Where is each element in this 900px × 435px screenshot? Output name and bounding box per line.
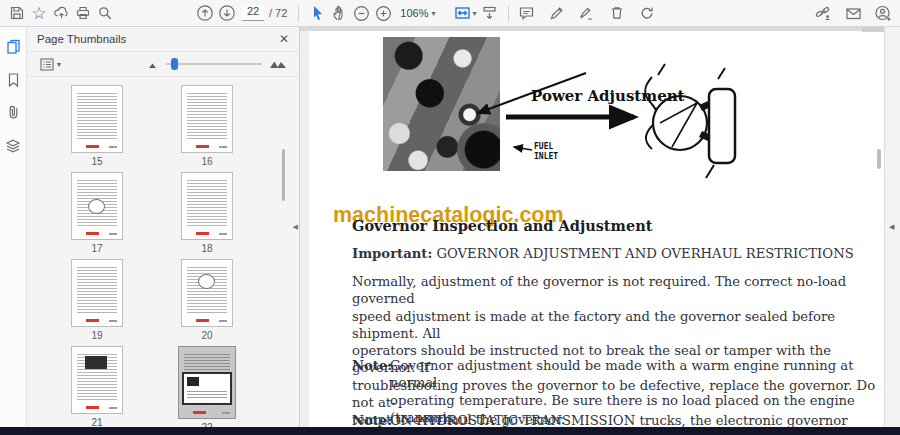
scrollbar-track-top: [862, 27, 884, 32]
minus-circle-icon: [353, 5, 370, 22]
share-upload-button[interactable]: [50, 2, 72, 24]
delete-pages-button[interactable]: [606, 2, 628, 24]
fountain-pen-icon: [578, 5, 595, 21]
rail-layers-tab[interactable]: [3, 137, 23, 157]
document-view[interactable]: Power Adjustment FUEL INLET machinecatal…: [300, 27, 884, 435]
page-thumbnails-icon: [5, 38, 22, 58]
thumbnail-page-20[interactable]: 20: [152, 259, 262, 346]
pdf-viewer-window: ☆ 22 / 72 106% ▾ ▾: [0, 0, 900, 435]
slider-track[interactable]: [166, 63, 262, 65]
zoom-level-value: 106%: [400, 7, 428, 19]
current-view-indicator: [182, 372, 232, 405]
save-button[interactable]: [6, 2, 28, 24]
page-gap: [300, 27, 884, 31]
email-button[interactable]: [842, 2, 864, 24]
zoom-in-button[interactable]: [372, 2, 394, 24]
plus-circle-icon: [375, 5, 392, 22]
rail-page-thumbnails-tab[interactable]: [3, 38, 23, 58]
collapse-panel-arrow[interactable]: ◀: [293, 223, 298, 231]
thumbnail-page-17[interactable]: 17: [42, 172, 152, 259]
sign-button[interactable]: [576, 2, 598, 24]
hand-tool-button[interactable]: [328, 2, 350, 24]
thumbnail-grid: 15 16 17 18 19 20: [27, 77, 299, 427]
chevron-down-icon: ▾: [57, 60, 61, 69]
chevron-down-icon: ▾: [473, 9, 477, 18]
thumbnail-page-22-selected[interactable]: 22: [152, 346, 262, 427]
thumbnail-page-16[interactable]: 16: [152, 85, 262, 172]
pencil-icon: [549, 5, 565, 21]
arrow-down-circle-icon: [218, 4, 236, 22]
sidebar-scrollbar-thumb[interactable]: [282, 149, 285, 201]
small-thumbnail-icon: [147, 55, 159, 73]
page-navigation: 22 / 72: [242, 5, 287, 21]
thumbnail-page-19[interactable]: 19: [42, 259, 152, 346]
tools-panel-collapsed: ◀: [884, 27, 900, 435]
refresh-button[interactable]: [636, 2, 658, 24]
zoom-out-button[interactable]: [350, 2, 372, 24]
fit-width-icon: [454, 5, 471, 21]
search-icon: [97, 5, 113, 21]
read-mode-icon: [481, 5, 498, 21]
expand-tools-panel-arrow[interactable]: ◀: [889, 223, 894, 231]
page-number-input[interactable]: 22: [242, 5, 264, 21]
bookmark-icon: [6, 72, 21, 91]
thumbnail-toolbar: ▾: [27, 51, 299, 77]
important-label: Important:: [352, 246, 432, 261]
section-heading: Governor Inspection and Adjustment: [352, 217, 652, 234]
panel-close-button[interactable]: ✕: [279, 32, 289, 46]
page-total-label: / 72: [269, 7, 287, 19]
pointer-cursor-icon: [310, 5, 325, 21]
zoom-level-dropdown[interactable]: 106% ▾: [394, 2, 437, 24]
next-page-button[interactable]: [216, 2, 238, 24]
comment-bubble-icon: [518, 5, 535, 21]
close-icon: ✕: [279, 32, 289, 46]
link-share-icon: [814, 5, 832, 21]
fuel-inlet-label: FUEL INLET: [534, 142, 558, 162]
panel-header: Page Thumbnails ✕: [27, 27, 299, 51]
paperclip-icon: [6, 104, 21, 124]
hand-icon: [331, 5, 347, 21]
share-link-button[interactable]: [812, 2, 834, 24]
thumbnail-page-18[interactable]: 18: [152, 172, 262, 259]
print-icon: [75, 5, 91, 21]
layers-icon: [5, 138, 21, 157]
top-toolbar: ☆ 22 / 72 106% ▾ ▾: [0, 0, 900, 27]
save-icon: [9, 5, 25, 21]
important-line: Important: GOVERNOR ADJUSTMENT AND OVERH…: [352, 246, 854, 261]
chevron-down-icon: ▾: [432, 9, 436, 18]
rail-bookmarks-tab[interactable]: [3, 71, 23, 91]
highlight-pencil-button[interactable]: [546, 2, 568, 24]
select-tool-button[interactable]: [306, 2, 328, 24]
fit-width-dropdown[interactable]: ▾: [452, 2, 479, 24]
thumbnail-page-15[interactable]: 15: [42, 85, 152, 172]
profile-button[interactable]: [872, 2, 894, 24]
options-list-icon: [39, 57, 55, 72]
find-button[interactable]: [94, 2, 116, 24]
rail-attachments-tab[interactable]: [3, 104, 23, 124]
taskbar-edge: [0, 427, 900, 435]
slider-thumb[interactable]: [171, 58, 178, 70]
thumbnail-page-21[interactable]: 21: [42, 346, 152, 427]
page-gutter: [300, 31, 309, 435]
page-thumbnails-panel: Page Thumbnails ✕ ▾ 15 16: [27, 27, 300, 427]
panel-title: Page Thumbnails: [37, 33, 126, 45]
print-button[interactable]: [72, 2, 94, 24]
refresh-icon: [639, 5, 655, 21]
cloud-upload-icon: [53, 5, 70, 21]
toolbar-divider: [298, 5, 299, 22]
favorite-star-button[interactable]: ☆: [28, 2, 50, 24]
trash-icon: [609, 5, 625, 21]
toolbar-divider: [508, 5, 509, 22]
account-person-icon: [874, 5, 892, 22]
left-navigation-rail: [0, 27, 27, 427]
thumbnail-options-button[interactable]: ▾: [37, 53, 63, 75]
page-display-button[interactable]: [479, 2, 501, 24]
envelope-icon: [845, 6, 862, 21]
previous-page-button[interactable]: [194, 2, 216, 24]
add-comment-button[interactable]: [516, 2, 538, 24]
document-scrollbar-thumb[interactable]: [877, 149, 881, 169]
thumbnail-size-slider: [147, 55, 287, 73]
arrow-up-circle-icon: [196, 4, 214, 22]
important-text: GOVERNOR ADJUSTMENT AND OVERHAUL RESTRIC…: [432, 246, 853, 261]
large-thumbnail-icon: [269, 55, 287, 73]
